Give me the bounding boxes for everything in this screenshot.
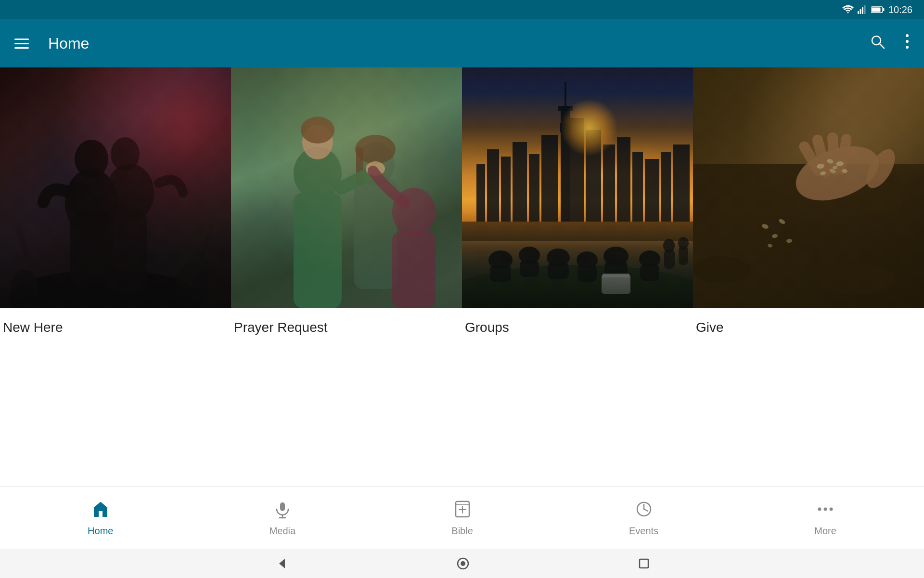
svg-point-87 xyxy=(826,158,834,164)
svg-rect-2 xyxy=(862,7,863,14)
svg-point-86 xyxy=(816,163,824,170)
svg-line-22 xyxy=(19,231,29,260)
svg-point-11 xyxy=(906,46,909,49)
svg-rect-27 xyxy=(356,147,363,185)
svg-point-16 xyxy=(106,164,154,222)
home-icon xyxy=(91,499,110,522)
svg-rect-5 xyxy=(872,8,880,12)
svg-point-34 xyxy=(392,188,436,236)
back-button[interactable] xyxy=(274,557,288,570)
svg-rect-42 xyxy=(561,106,570,222)
empty-space xyxy=(0,347,924,486)
bible-icon xyxy=(453,499,472,522)
svg-rect-81 xyxy=(797,140,825,178)
svg-line-23 xyxy=(202,226,212,255)
nav-more[interactable]: More xyxy=(800,495,851,541)
svg-point-79 xyxy=(818,264,895,295)
card-new-here-image xyxy=(0,67,231,308)
nav-media[interactable]: Media xyxy=(255,495,310,541)
svg-rect-38 xyxy=(501,157,511,222)
nav-home[interactable]: Home xyxy=(73,495,128,541)
svg-point-110 xyxy=(830,508,833,511)
search-button[interactable] xyxy=(864,28,890,58)
nav-media-label: Media xyxy=(270,525,295,537)
signal-icon xyxy=(858,5,867,14)
svg-rect-114 xyxy=(640,559,648,568)
microphone-icon xyxy=(273,499,292,522)
card-prayer-request-image xyxy=(231,67,462,308)
card-new-here[interactable] xyxy=(0,67,231,308)
cards-row xyxy=(0,67,924,308)
nav-bible-label: Bible xyxy=(451,525,473,537)
svg-point-29 xyxy=(302,125,333,159)
svg-point-80 xyxy=(788,136,886,211)
svg-rect-18 xyxy=(108,207,147,294)
overflow-menu-button[interactable] xyxy=(900,28,914,58)
svg-point-66 xyxy=(639,250,660,268)
nav-bible[interactable]: Bible xyxy=(437,495,487,541)
label-give: Give xyxy=(693,308,924,347)
home-button[interactable] xyxy=(456,557,470,570)
svg-rect-67 xyxy=(640,264,659,281)
svg-point-70 xyxy=(663,239,675,252)
recents-button[interactable] xyxy=(638,558,650,569)
svg-rect-46 xyxy=(570,118,584,222)
svg-rect-63 xyxy=(578,265,597,282)
main-content: New Here Prayer Request Groups Give xyxy=(0,67,924,486)
svg-rect-82 xyxy=(811,133,833,178)
card-groups[interactable] xyxy=(462,67,693,308)
nav-events[interactable]: Events xyxy=(615,495,673,541)
svg-rect-74 xyxy=(693,164,924,308)
labels-row: New Here Prayer Request Groups Give xyxy=(0,308,924,347)
svg-point-85 xyxy=(860,144,900,193)
svg-point-31 xyxy=(301,117,334,144)
svg-point-113 xyxy=(461,561,465,566)
svg-point-108 xyxy=(818,508,821,511)
svg-point-24 xyxy=(356,142,395,185)
svg-point-56 xyxy=(488,250,513,270)
svg-point-97 xyxy=(767,243,772,248)
svg-point-75 xyxy=(717,200,765,224)
svg-line-107 xyxy=(644,509,648,511)
svg-rect-0 xyxy=(858,11,859,14)
svg-point-93 xyxy=(761,223,769,229)
svg-rect-48 xyxy=(603,144,615,222)
svg-rect-83 xyxy=(827,132,841,176)
svg-point-9 xyxy=(906,34,909,37)
svg-point-76 xyxy=(780,222,847,250)
svg-rect-37 xyxy=(487,149,499,222)
card-groups-image xyxy=(462,67,693,308)
svg-rect-25 xyxy=(354,178,397,289)
svg-point-88 xyxy=(836,161,844,166)
svg-rect-15 xyxy=(70,212,113,299)
svg-rect-30 xyxy=(294,193,342,308)
svg-point-60 xyxy=(547,249,570,267)
svg-rect-43 xyxy=(558,106,573,111)
svg-point-72 xyxy=(678,237,689,250)
svg-point-21 xyxy=(195,263,219,296)
svg-point-14 xyxy=(75,140,108,178)
status-bar: 10:26 xyxy=(0,0,924,19)
svg-rect-45 xyxy=(560,123,571,132)
card-prayer-request[interactable] xyxy=(231,67,462,308)
svg-point-28 xyxy=(294,147,342,200)
menu-button[interactable] xyxy=(10,34,34,53)
svg-point-17 xyxy=(111,137,140,171)
svg-rect-84 xyxy=(835,133,852,175)
svg-rect-6 xyxy=(883,8,884,11)
nav-events-label: Events xyxy=(629,525,658,537)
svg-point-109 xyxy=(824,508,827,511)
app-bar-actions xyxy=(864,28,914,58)
svg-line-8 xyxy=(880,44,884,48)
nav-home-label: Home xyxy=(88,525,113,537)
svg-rect-68 xyxy=(602,275,630,294)
svg-point-55 xyxy=(462,265,693,308)
svg-rect-41 xyxy=(541,135,558,222)
svg-point-58 xyxy=(519,247,540,264)
svg-rect-71 xyxy=(664,250,675,269)
ellipsis-icon xyxy=(816,499,835,522)
card-give[interactable] xyxy=(693,67,924,308)
app-bar: Home xyxy=(0,19,924,67)
svg-rect-59 xyxy=(520,260,539,277)
svg-rect-47 xyxy=(586,130,601,222)
